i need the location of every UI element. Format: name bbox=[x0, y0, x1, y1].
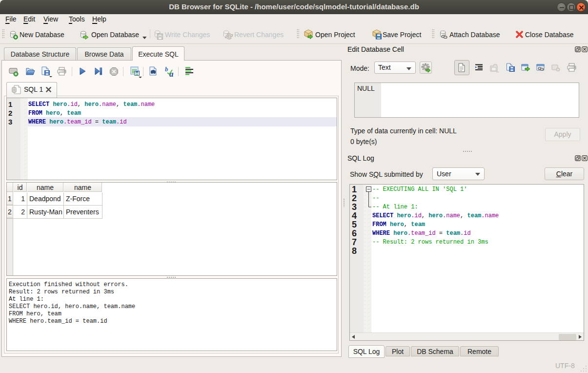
svg-text:b: b bbox=[165, 66, 168, 73]
